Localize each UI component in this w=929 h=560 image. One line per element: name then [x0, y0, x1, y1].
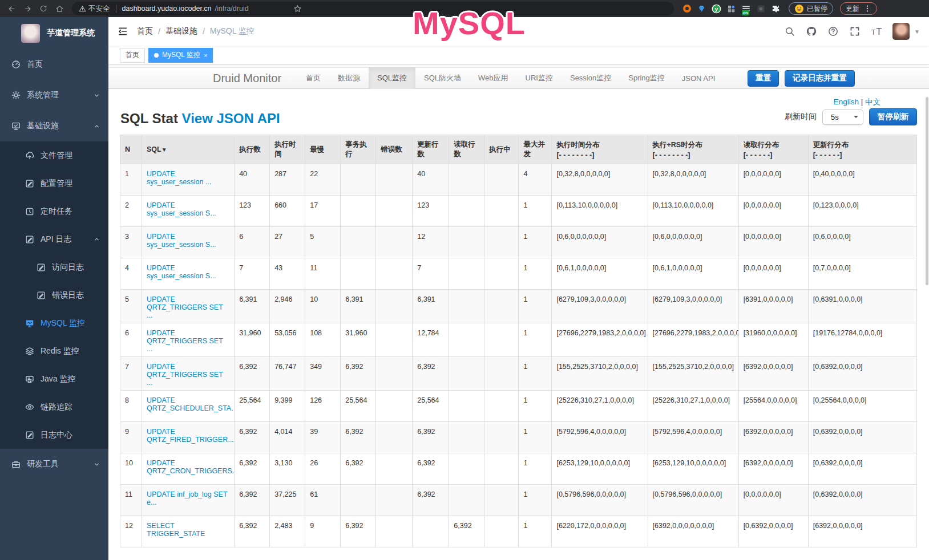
lang-chinese-link[interactable]: 中文 — [865, 98, 880, 106]
lang-english-link[interactable]: English — [834, 98, 859, 106]
extension-blocks-icon[interactable] — [726, 4, 736, 14]
breadcrumb-infra[interactable]: 基础设施 — [165, 26, 197, 36]
sidebar-item-12[interactable]: 链路追踪 — [0, 393, 108, 421]
druid-tab-7[interactable]: Spring监控 — [620, 67, 673, 89]
tag-0[interactable]: 首页 — [120, 48, 145, 63]
column-header[interactable]: 事务执行 — [341, 135, 376, 164]
search-icon[interactable] — [783, 26, 797, 36]
sidebar-item-5[interactable]: 定时任务 — [0, 197, 108, 225]
column-header[interactable]: 读取行数 — [449, 135, 484, 164]
sidebar-item-9[interactable]: MySQL 监控 — [0, 309, 108, 337]
column-header[interactable]: 更新行分布[- - - - - -] — [808, 135, 916, 164]
browser-update-pill[interactable]: 更新 — [840, 2, 877, 15]
font-size-icon[interactable]: TT — [870, 26, 883, 37]
reset-button[interactable]: 重置 — [748, 70, 779, 87]
sidebar-item-13[interactable]: 日志中心 — [0, 421, 108, 449]
sql-cell: SELECT TRIGGER_STATE — [142, 516, 235, 547]
sidebar-item-11[interactable]: Java 监控 — [0, 365, 108, 393]
sql-link[interactable]: UPDATE inf_job_log SET e... — [147, 490, 227, 506]
extension-gem-icon[interactable] — [697, 4, 706, 14]
sidebar-item-8[interactable]: 错误日志 — [0, 281, 108, 309]
data-cell: 2 — [120, 196, 142, 227]
user-caret-down-icon[interactable]: ▼ — [914, 29, 920, 35]
page-scrollbar[interactable] — [926, 97, 928, 285]
druid-tab-6[interactable]: Session监控 — [562, 67, 620, 89]
forward-icon[interactable] — [21, 2, 34, 15]
data-cell — [341, 164, 376, 196]
refresh-interval-select[interactable]: 5s — [822, 109, 863, 125]
data-cell: 287 — [270, 164, 305, 196]
extension-dark-icon[interactable] — [756, 4, 766, 14]
extension-y-icon[interactable]: y — [712, 4, 721, 14]
extensions-puzzle-icon[interactable] — [771, 4, 781, 14]
column-header[interactable]: 读取行分布[- - - - - -] — [738, 135, 808, 164]
druid-tab-1[interactable]: 数据源 — [329, 67, 369, 89]
extension-list-icon[interactable]: on — [741, 4, 751, 14]
column-header[interactable]: SQL▼ — [142, 135, 235, 164]
druid-tab-2[interactable]: SQL监控 — [369, 67, 415, 89]
column-header[interactable]: N — [120, 135, 142, 164]
sql-link[interactable]: UPDATE QRTZ_TRIGGERS SET ... — [147, 363, 223, 387]
druid-tab-0[interactable]: 首页 — [297, 67, 329, 89]
druid-tab-5[interactable]: URI监控 — [517, 67, 562, 89]
column-header[interactable]: 最大并发 — [519, 135, 552, 164]
column-header[interactable]: 执行时间分布[- - - - - - - -] — [552, 135, 648, 164]
druid-tab-8[interactable]: JSON API — [673, 67, 724, 89]
sidebar-item-6[interactable]: API 日志 — [0, 225, 108, 253]
profile-paused-pill[interactable]: 已暂停 — [789, 2, 833, 15]
druid-tab-4[interactable]: Web应用 — [470, 67, 517, 89]
home-icon[interactable] — [52, 2, 66, 15]
tag-close-icon[interactable]: × — [204, 52, 207, 59]
data-cell — [376, 196, 413, 227]
sidebar-item-label: API 日志 — [41, 234, 71, 245]
sidebar-item-7[interactable]: 访问日志 — [0, 253, 108, 281]
druid-tab-3[interactable]: SQL防火墙 — [415, 67, 470, 89]
kebab-menu-icon[interactable] — [863, 5, 871, 13]
bookmark-star-icon[interactable] — [293, 5, 302, 13]
data-cell: 5 — [305, 227, 341, 258]
column-header[interactable]: 执行时间 — [270, 135, 305, 164]
log-and-reset-button[interactable]: 记录日志并重置 — [785, 70, 855, 87]
data-cell: 25,564 — [341, 391, 376, 422]
user-avatar[interactable] — [892, 23, 910, 40]
sql-link[interactable]: UPDATE sys_user_session S... — [147, 201, 216, 217]
reload-icon[interactable] — [37, 2, 50, 15]
sidebar-item-3[interactable]: 文件管理 — [0, 141, 108, 169]
sql-link[interactable]: SELECT TRIGGER_STATE — [147, 522, 205, 538]
data-cell: [6392,0,0,0,0,0,0,0] — [648, 516, 738, 547]
breadcrumb-home[interactable]: 首页 — [137, 26, 153, 36]
sidebar-item-2[interactable]: 基础设施 — [0, 111, 108, 141]
column-header[interactable]: 最慢 — [305, 135, 341, 164]
data-cell: [6279,109,3,0,0,0,0,0] — [648, 290, 738, 323]
view-json-api-link[interactable]: View JSON API — [182, 111, 280, 126]
pause-refresh-button[interactable]: 暂停刷新 — [869, 108, 917, 125]
sidebar-item-14[interactable]: 研发工具 — [0, 449, 108, 480]
sql-link[interactable]: UPDATE QRTZ_TRIGGERS SET ... — [147, 295, 223, 319]
sidebar-fold-icon[interactable] — [118, 26, 128, 36]
github-icon[interactable] — [805, 26, 818, 36]
back-icon[interactable] — [5, 2, 18, 15]
fullscreen-icon[interactable] — [848, 26, 862, 36]
address-bar[interactable]: 不安全 dashboard.yudao.iocoder.cn/infra/dru… — [72, 2, 674, 15]
sql-link[interactable]: UPDATE QRTZ_FIRED_TRIGGER... — [147, 428, 234, 444]
column-header[interactable]: 更新行数 — [413, 135, 449, 164]
sidebar-item-4[interactable]: 配置管理 — [0, 169, 108, 197]
druid-brand[interactable]: Druid Monitor — [213, 72, 281, 85]
column-header[interactable]: 执行中 — [484, 135, 519, 164]
sidebar-item-0[interactable]: 首页 — [0, 49, 108, 80]
help-icon[interactable] — [826, 26, 840, 36]
sidebar-item-10[interactable]: Redis 监控 — [0, 337, 108, 365]
sidebar-item-1[interactable]: 系统管理 — [0, 80, 108, 111]
security-warning[interactable]: 不安全 — [79, 4, 110, 14]
tag-1[interactable]: MySQL 监控× — [148, 48, 213, 63]
extension-donut-icon[interactable] — [682, 4, 692, 14]
sql-link[interactable]: UPDATE sys_user_session S... — [147, 264, 216, 280]
column-header[interactable]: 执行数 — [235, 135, 270, 164]
column-header[interactable]: 错误数 — [376, 135, 413, 164]
sql-link[interactable]: UPDATE QRTZ_CRON_TRIGGERS... — [147, 459, 235, 475]
sql-link[interactable]: UPDATE sys_user_session ... — [147, 170, 211, 186]
sql-link[interactable]: UPDATE QRTZ_TRIGGERS SET ... — [147, 329, 223, 353]
sql-link[interactable]: UPDATE sys_user_session S... — [147, 233, 216, 249]
column-header[interactable]: 执行+RS时分布[- - - - - - - -] — [648, 135, 738, 164]
sql-link[interactable]: UPDATE QRTZ_SCHEDULER_STA... — [147, 396, 235, 412]
